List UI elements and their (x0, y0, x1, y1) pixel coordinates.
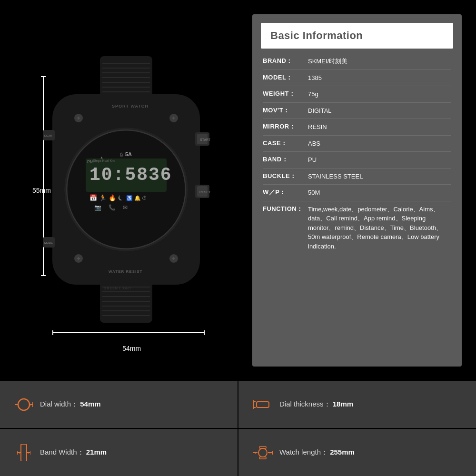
info-label-8: W／P： (263, 188, 308, 197)
info-value-6: PU (308, 155, 451, 165)
info-label-7: BUCKLE： (263, 172, 308, 180)
info-panel: Basic Information BRAND：SKMEI/时刻美MODEL：1… (252, 14, 462, 367)
info-label-6: BAND： (263, 155, 308, 164)
info-row-7: BUCKLE：STAINLESS STEEL (263, 169, 451, 185)
watch-length-icon (253, 445, 273, 460)
top-section: 55mm 54mm (0, 0, 476, 381)
svg-rect-86 (259, 457, 266, 459)
info-content: BRAND：SKMEI/时刻美MODEL：1385WEIGHT：75gMOV'T… (252, 49, 462, 367)
svg-text:WATER RESIST: WATER RESIST (109, 269, 142, 274)
svg-text:10:5836: 10:5836 (89, 165, 172, 185)
svg-point-64 (18, 399, 30, 410)
info-row-3: MOV'T：DIGITAL (263, 103, 451, 119)
svg-text:RESET: RESET (199, 190, 211, 194)
svg-text:🏃: 🏃 (99, 194, 107, 202)
bottom-section: Dial width： 54mm Dial thickness： 18mm (0, 381, 476, 476)
svg-rect-77 (21, 444, 27, 461)
band-width-icon (14, 444, 33, 461)
svg-text:📷: 📷 (94, 204, 101, 211)
dial-width-icon (14, 397, 33, 412)
info-value-2: 75g (308, 89, 451, 99)
info-label-5: CASE： (263, 139, 308, 148)
svg-text:5A: 5A (125, 151, 132, 157)
info-label-1: MODEL： (263, 73, 308, 82)
info-value-7: STAINLESS STEEL (308, 172, 451, 181)
info-row-0: BRAND：SKMEI/时刻美 (263, 53, 451, 70)
spec-watch-length-text: Watch length： 255mm (279, 448, 355, 457)
spec-dial-width-text: Dial width： 54mm (40, 400, 101, 409)
horizontal-dimension-line (52, 332, 205, 333)
info-row-9: FUNCTION：Time,week,date、pedometer、Calori… (263, 201, 451, 255)
svg-text:SPORT WATCH: SPORT WATCH (112, 104, 149, 109)
svg-text:📅: 📅 (89, 194, 98, 202)
svg-text:LIGHT: LIGHT (44, 134, 53, 137)
svg-text:✉: ✉ (123, 204, 128, 211)
info-label-4: MIRROR： (263, 122, 308, 131)
info-value-5: ABS (308, 139, 451, 149)
info-title-bar: Basic Information (261, 23, 453, 49)
spec-band-width: Band Width： 21mm (0, 429, 238, 476)
info-label-3: MOV'T： (263, 106, 308, 115)
info-title: Basic Information (270, 30, 444, 42)
svg-text:▲: ▲ (100, 156, 103, 159)
info-value-9: Time,week,date、pedometer、Calorie、Aims、da… (308, 205, 451, 251)
svg-marker-91 (255, 452, 258, 454)
info-row-5: CASE：ABS (263, 136, 451, 152)
info-label-9: FUNCTION： (263, 205, 308, 213)
info-row-1: MODEL：1385 (263, 70, 451, 87)
info-label-2: WEIGHT： (263, 89, 308, 98)
info-row-6: BAND：PU (263, 152, 451, 169)
info-value-8: 50M (308, 188, 451, 198)
spec-dial-thickness: Dial thickness： 18mm (238, 381, 476, 428)
svg-text:⏾: ⏾ (118, 195, 123, 201)
svg-text:📞: 📞 (109, 204, 116, 211)
info-value-4: RESIN (308, 122, 451, 132)
page-container: 55mm 54mm (0, 0, 476, 476)
spec-dial-width: Dial width： 54mm (0, 381, 238, 428)
watch-image: START RESET LIGHT MODE (38, 56, 214, 325)
info-label-0: BRAND： (263, 57, 308, 65)
svg-marker-92 (268, 452, 270, 454)
dial-thickness-icon (253, 398, 273, 411)
info-value-0: SKMEI/时刻美 (308, 57, 451, 66)
svg-point-84 (258, 448, 267, 457)
svg-text:GREEN LIGHT: GREEN LIGHT (104, 287, 131, 290)
svg-text:START: START (200, 138, 211, 141)
spec-watch-length: Watch length： 255mm (238, 429, 476, 476)
svg-text:🔥: 🔥 (109, 194, 117, 202)
svg-rect-71 (257, 402, 269, 407)
info-row-8: W／P：50M (263, 185, 451, 201)
watch-area: 55mm 54mm (0, 0, 252, 381)
width-label: 54mm (122, 345, 141, 352)
info-value-3: DIGITAL (308, 106, 451, 116)
svg-text:Steps Kcal  Km: Steps Kcal Km (93, 159, 115, 163)
svg-text:⎙: ⎙ (120, 152, 123, 157)
info-row-4: MIRROR：RESIN (263, 119, 451, 136)
info-row-2: WEIGHT：75g (263, 86, 451, 103)
spec-band-width-text: Band Width： 21mm (40, 448, 107, 457)
svg-text:♿: ♿ (126, 195, 133, 201)
svg-text:⏱: ⏱ (142, 195, 147, 201)
svg-rect-85 (259, 446, 266, 448)
spec-dial-thickness-text: Dial thickness： 18mm (279, 400, 353, 409)
svg-text:🔔: 🔔 (134, 195, 141, 201)
info-value-1: 1385 (308, 73, 451, 83)
svg-text:MODE: MODE (44, 241, 53, 244)
